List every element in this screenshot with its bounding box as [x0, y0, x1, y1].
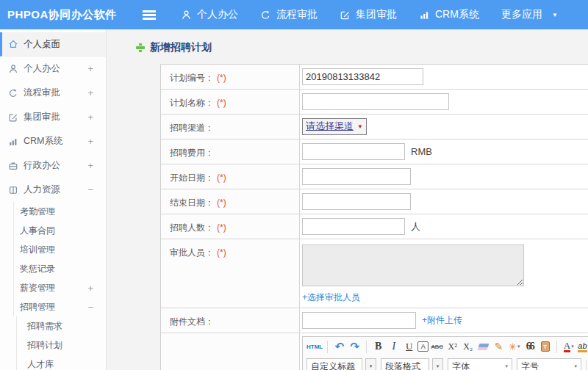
plan-name-field[interactable] — [302, 93, 449, 110]
autotypeset-button[interactable]: A — [417, 341, 429, 352]
sidebar-item-recruit-demand[interactable]: 招聘需求 — [0, 316, 106, 335]
select-approvers-link[interactable]: +选择审批人员 — [302, 291, 360, 304]
field-label: 招聘渠道： — [170, 123, 214, 133]
sidebar-item-recruit-plan[interactable]: 招聘计划 — [0, 335, 106, 355]
form-row: 开始日期：(*) — [161, 164, 588, 189]
font-family-select[interactable]: 字体▾ — [448, 358, 512, 370]
editor-toolbar-row2: 自定义标题 ▾ 段落格式 ▾ 字体▾ 字号▾ ∞ ∞ — [303, 356, 588, 370]
sidebar: 个人桌面 个人办公 + 流程审批 + 集团审批 + CRM系统 + 行政办公 + — [0, 29, 107, 370]
nav-personal-office[interactable]: 个人办公 — [181, 8, 238, 21]
plan-number-field[interactable] — [302, 68, 423, 85]
nav-group-approval[interactable]: 集团审批 — [340, 8, 397, 21]
chevron-down-icon: ▾ — [574, 363, 577, 369]
redo-button[interactable]: ↷ — [348, 339, 362, 354]
paragraph-select[interactable]: 段落格式 — [381, 358, 429, 370]
field-label: 结束日期： — [170, 197, 214, 208]
headcount-field[interactable] — [302, 218, 405, 235]
start-date-field[interactable] — [302, 168, 411, 185]
form-row: 结束日期：(*) — [161, 189, 588, 214]
italic-button[interactable]: I — [387, 339, 401, 354]
strikethrough-button[interactable]: ABC — [430, 339, 444, 354]
sidebar-item-personal-desktop[interactable]: 个人桌面 — [0, 32, 106, 57]
required-mark: (*) — [217, 173, 226, 183]
field-label: 计划编号： — [170, 73, 214, 83]
collapse-toggle[interactable]: − — [87, 302, 106, 313]
expand-toggle[interactable]: + — [87, 87, 106, 98]
highlight-color-button[interactable]: ab▾ — [577, 339, 588, 354]
expand-toggle[interactable]: + — [87, 160, 106, 171]
field-label: 计划名称： — [170, 98, 214, 108]
format-painter-button[interactable]: ✳▾ — [507, 339, 521, 354]
form-row: 招聘费用： RMB — [161, 139, 588, 164]
nav-more-apps[interactable]: 更多应用 ▼ — [501, 8, 558, 21]
edit-icon — [8, 112, 18, 123]
approvers-textarea[interactable] — [302, 244, 524, 286]
main-content: 新增招聘计划 计划编号：(*) 计划名称：(*) 招聘渠道： 请选择渠道 ▼ — [107, 29, 588, 370]
sidebar-item-salary[interactable]: 薪资管理 + — [0, 278, 106, 297]
edit-icon — [340, 10, 351, 21]
sidebar-item-training[interactable]: 培训管理 — [0, 240, 106, 259]
sidebar-item-crm[interactable]: CRM系统 + — [0, 129, 106, 153]
bar-chart-icon — [8, 137, 18, 147]
expand-toggle[interactable]: + — [87, 112, 106, 123]
app-logo: PHPOA协同办公软件 — [0, 8, 126, 22]
form-row: 附件文档： +附件上传 — [161, 308, 588, 333]
required-mark: (*) — [217, 222, 226, 233]
html-source-button[interactable]: HTML — [306, 339, 323, 354]
nav-crm[interactable]: CRM系统 — [419, 8, 479, 21]
form-row: 审批人员：(*) +选择审批人员 — [161, 239, 588, 308]
font-size-select[interactable]: 字号▾ — [517, 358, 581, 370]
chevron-down-icon: ▾ — [571, 344, 574, 349]
superscript-button[interactable]: X² — [445, 339, 459, 354]
expand-toggle[interactable]: + — [87, 283, 106, 294]
attachment-upload-link[interactable]: +附件上传 — [422, 314, 462, 327]
font-color-button[interactable]: A▾ — [562, 339, 576, 354]
form-row: 招聘人数：(*) 人 — [161, 214, 588, 239]
sidebar-item-reward-punishment[interactable]: 奖惩记录 — [0, 259, 106, 278]
sidebar-item-admin-office[interactable]: 行政办公 + — [0, 153, 106, 178]
sidebar-item-attendance[interactable]: 考勤管理 — [0, 202, 106, 221]
sidebar-item-workflow-approval[interactable]: 流程审批 + — [0, 81, 106, 105]
format-brush-button[interactable]: ✎ — [492, 339, 506, 354]
workflow-icon — [8, 88, 18, 98]
required-mark: (*) — [217, 73, 226, 83]
add-icon — [136, 43, 145, 52]
bold-button[interactable]: B — [371, 339, 385, 354]
select-caret-icon: ▼ — [357, 123, 363, 130]
sidebar-item-group-approval[interactable]: 集团审批 + — [0, 105, 106, 129]
sidebar-item-recruitment[interactable]: 招聘管理 − — [0, 297, 106, 316]
expand-toggle[interactable]: + — [87, 136, 106, 147]
required-mark: (*) — [217, 197, 226, 208]
chevron-down-icon[interactable]: ▾ — [432, 358, 443, 370]
top-navbar: PHPOA协同办公软件 个人办公 流程审批 集团审批 CRM系统 更多应用 ▼ — [0, 0, 588, 29]
blockquote-button[interactable]: 66 — [523, 339, 537, 354]
briefcase-icon — [8, 161, 18, 171]
field-label: 审批人员： — [170, 247, 214, 258]
expand-toggle[interactable]: + — [87, 63, 106, 74]
bar-chart-icon — [419, 10, 430, 21]
fee-field[interactable] — [302, 143, 405, 160]
form-row-editor: HTML ↶ ↷ B I U A ABC X² X₂ — [161, 333, 588, 370]
eraser-button[interactable] — [476, 339, 490, 354]
underline-button[interactable]: U — [402, 339, 416, 354]
undo-button[interactable]: ↶ — [332, 339, 346, 354]
field-label: 开始日期： — [170, 173, 214, 183]
sidebar-item-hr[interactable]: 人力资源 − — [0, 178, 106, 202]
nav-workflow-approval[interactable]: 流程审批 — [260, 8, 318, 21]
heading-select[interactable]: 自定义标题 — [306, 358, 362, 370]
channel-select[interactable]: 请选择渠道 ▼ — [302, 118, 367, 135]
subscript-button[interactable]: X₂ — [461, 339, 475, 354]
sidebar-item-hr-contract[interactable]: 人事合同 — [0, 221, 106, 240]
recruit-plan-form: 计划编号：(*) 计划名称：(*) 招聘渠道： 请选择渠道 ▼ — [160, 64, 588, 370]
sidebar-item-personal-office[interactable]: 个人办公 + — [0, 57, 106, 81]
chevron-down-icon[interactable]: ▾ — [365, 358, 376, 370]
chevron-down-icon: ▾ — [517, 344, 520, 349]
sidebar-item-talent-pool[interactable]: 人才库 — [0, 355, 106, 370]
end-date-field[interactable] — [302, 193, 411, 210]
hamburger-menu-icon[interactable] — [143, 10, 156, 20]
form-row: 计划编号：(*) — [161, 65, 588, 90]
top-nav: 个人办公 流程审批 集团审批 CRM系统 更多应用 ▼ — [181, 8, 558, 21]
attachment-field[interactable] — [302, 312, 416, 329]
collapse-toggle[interactable]: − — [87, 184, 106, 195]
paste-button[interactable]: T — [538, 339, 552, 354]
